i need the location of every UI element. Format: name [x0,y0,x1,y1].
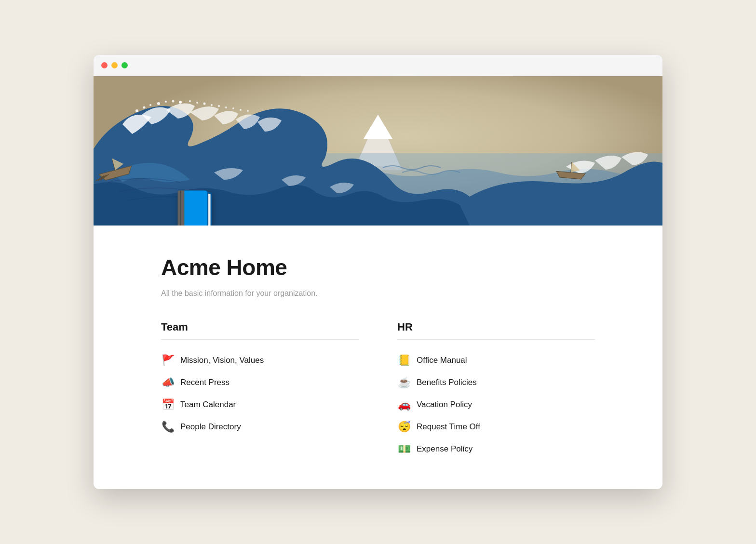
svg-point-10 [172,100,175,103]
list-item[interactable]: 📒 Office Manual [397,349,595,372]
page-content: Acme Home All the basic information for … [94,226,662,489]
svg-point-13 [196,102,198,104]
flag-icon: 🚩 [161,354,175,367]
svg-point-17 [225,106,227,108]
book-emoji: 📘 [171,192,219,226]
close-button[interactable] [101,62,108,68]
hr-list: 📒 Office Manual ☕ Benefits Policies 🚗 Va… [397,349,595,460]
hr-section-heading: HR [397,321,595,340]
hr-section: HR 📒 Office Manual ☕ Benefits Policies 🚗… [397,321,595,460]
list-item[interactable]: ☕ Benefits Policies [397,372,595,394]
megaphone-icon: 📣 [161,376,175,389]
svg-point-6 [143,106,146,109]
team-list: 🚩 Mission, Vision, Values 📣 Recent Press… [161,349,359,438]
calendar-icon: 📅 [161,398,175,411]
team-section: Team 🚩 Mission, Vision, Values 📣 Recent … [161,321,359,460]
svg-point-18 [232,107,234,109]
svg-point-12 [189,100,191,102]
item-label: Request Time Off [417,422,480,432]
item-label: People Directory [180,422,241,432]
svg-point-15 [211,104,213,106]
svg-point-19 [240,109,242,111]
svg-point-16 [218,105,220,107]
item-label: Team Calendar [180,400,236,410]
svg-point-5 [135,109,138,112]
page-subtitle: All the basic information for your organ… [161,289,595,298]
page-title: Acme Home [161,254,595,280]
list-item[interactable]: 🚗 Vacation Policy [397,394,595,416]
svg-point-8 [157,102,160,105]
svg-point-14 [203,103,206,105]
app-window: 📘 Acme Home All the basic information fo… [94,55,662,489]
maximize-button[interactable] [122,62,128,68]
svg-point-20 [247,110,249,112]
notebook-icon: 📒 [397,354,411,367]
item-label: Mission, Vision, Values [180,356,264,365]
money-icon: 💵 [397,443,411,455]
svg-point-9 [165,101,167,103]
item-label: Office Manual [417,356,467,365]
sections-grid: Team 🚩 Mission, Vision, Values 📣 Recent … [161,321,595,460]
item-label: Benefits Policies [417,378,477,387]
item-label: Vacation Policy [417,400,472,410]
list-item[interactable]: 💵 Expense Policy [397,438,595,460]
team-section-heading: Team [161,321,359,340]
list-item[interactable]: 📅 Team Calendar [161,394,359,416]
header-banner: 📘 [94,76,662,226]
list-item[interactable]: 😴 Request Time Off [397,416,595,438]
sleepy-icon: 😴 [397,421,411,433]
title-bar [94,55,662,76]
list-item[interactable]: 📞 People Directory [161,416,359,438]
coffee-icon: ☕ [397,376,411,389]
phone-icon: 📞 [161,421,175,433]
car-icon: 🚗 [397,398,411,411]
svg-point-11 [179,101,182,104]
svg-point-7 [149,104,151,106]
list-item[interactable]: 📣 Recent Press [161,372,359,394]
item-label: Recent Press [180,378,230,387]
item-label: Expense Policy [417,444,472,454]
list-item[interactable]: 🚩 Mission, Vision, Values [161,349,359,372]
minimize-button[interactable] [111,62,118,68]
